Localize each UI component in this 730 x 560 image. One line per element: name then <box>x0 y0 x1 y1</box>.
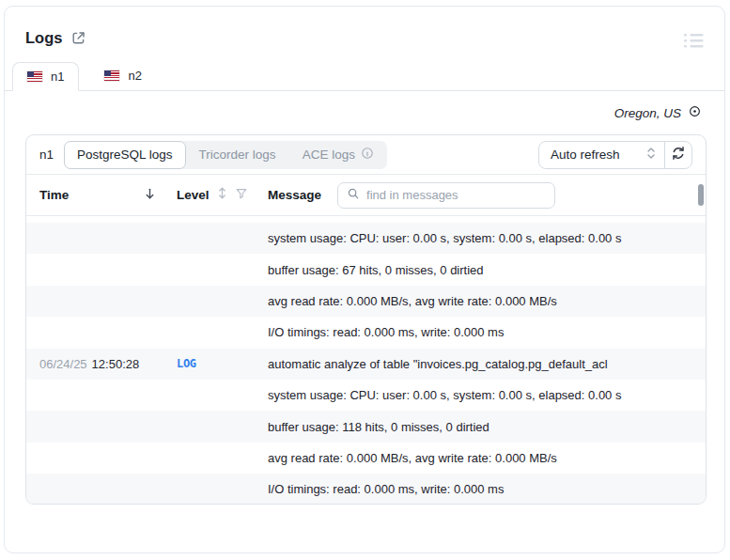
log-message: buffer usage: 118 hits, 0 misses, 0 dirt… <box>268 420 692 434</box>
page-title: Logs <box>25 29 62 47</box>
node-tabbar: n1 n2 <box>5 61 724 91</box>
us-flag-icon <box>104 70 119 81</box>
filter-icon[interactable] <box>235 187 248 204</box>
tab-n2[interactable]: n2 <box>90 61 155 90</box>
logs-panel: n1 PostgreSQL logs Tricorder logs ACE lo… <box>25 134 707 505</box>
search-input[interactable] <box>366 188 546 202</box>
log-row[interactable]: 06/24/2512:50:28 LOG automatic analyze o… <box>26 349 706 380</box>
log-row[interactable]: system usage: CPU: user: 0.00 s, system:… <box>26 380 706 411</box>
log-message: avg read rate: 0.000 MB/s, avg write rat… <box>268 451 692 465</box>
card-header: Logs <box>5 7 724 49</box>
us-flag-icon <box>27 71 42 82</box>
log-row[interactable]: buffer usage: 67 hits, 0 misses, 0 dirti… <box>26 254 706 285</box>
log-type-switcher: PostgreSQL logs Tricorder logs ACE logs <box>64 141 387 169</box>
log-time: 12:50:28 <box>92 357 140 371</box>
column-header-time[interactable]: Time <box>39 187 177 204</box>
info-icon <box>361 147 374 163</box>
log-row[interactable]: system usage: CPU: user: 0.00 s, system:… <box>26 223 706 254</box>
sort-updown-icon[interactable] <box>217 186 227 204</box>
log-row[interactable]: I/O timings: read: 0.000 ms, write: 0.00… <box>26 317 706 348</box>
refresh-button[interactable] <box>664 142 691 168</box>
auto-refresh-label: Auto refresh <box>551 148 620 162</box>
region-label: Oregon, US <box>614 106 681 120</box>
segment-label: ACE logs <box>303 148 355 162</box>
location-icon <box>688 104 702 122</box>
search-icon <box>347 187 360 204</box>
column-label: Message <box>268 188 321 202</box>
column-header-message: Message <box>268 182 692 209</box>
auto-refresh-select[interactable]: Auto refresh <box>539 142 664 168</box>
refresh-controls: Auto refresh <box>538 141 692 169</box>
region-row: Oregon, US <box>5 91 724 122</box>
table-header: Time Level <box>26 175 706 216</box>
sort-descending-icon[interactable] <box>144 187 156 204</box>
node-label: n1 <box>39 148 54 162</box>
column-header-level[interactable]: Level <box>177 186 268 204</box>
chevron-updown-icon <box>646 147 656 163</box>
logs-toolbar: n1 PostgreSQL logs Tricorder logs ACE lo… <box>26 135 706 175</box>
log-message: system usage: CPU: user: 0.00 s, system:… <box>268 388 692 402</box>
log-row[interactable]: avg read rate: 0.000 MB/s, avg write rat… <box>26 443 706 474</box>
scrollbar-thumb[interactable] <box>698 184 704 206</box>
log-level: LOG <box>177 357 268 370</box>
column-label: Level <box>177 188 210 202</box>
tab-n1[interactable]: n1 <box>12 62 79 91</box>
log-date: 06/24/25 <box>39 357 87 371</box>
log-type-postgresql[interactable]: PostgreSQL logs <box>64 141 186 169</box>
external-link-icon[interactable] <box>70 30 86 46</box>
segment-label: PostgreSQL logs <box>77 148 173 162</box>
log-message: I/O timings: read: 0.000 ms, write: 0.00… <box>268 325 692 339</box>
log-row[interactable]: buffer usage: 118 hits, 0 misses, 0 dirt… <box>26 411 706 442</box>
tab-label: n2 <box>128 69 141 83</box>
log-message: avg read rate: 0.000 MB/s, avg write rat… <box>268 294 692 308</box>
tab-label: n1 <box>51 70 64 84</box>
refresh-icon <box>671 146 686 163</box>
log-type-ace[interactable]: ACE logs <box>289 141 387 169</box>
log-message: I/O timings: read: 0.000 ms, write: 0.00… <box>268 482 692 496</box>
log-message: buffer usage: 67 hits, 0 misses, 0 dirti… <box>268 263 692 277</box>
column-label: Time <box>39 188 69 202</box>
log-type-tricorder[interactable]: Tricorder logs <box>186 141 289 169</box>
list-icon[interactable] <box>684 33 704 49</box>
logs-card: Logs n1 n2 Oreg <box>4 6 725 553</box>
segment-label: Tricorder logs <box>199 148 276 162</box>
log-row[interactable]: I/O timings: read: 0.000 ms, write: 0.00… <box>26 474 706 505</box>
log-message: system usage: CPU: user: 0.00 s, system:… <box>268 231 692 245</box>
log-row[interactable]: avg read rate: 0.000 MB/s, avg write rat… <box>26 286 706 317</box>
log-message: automatic analyze of table "invoices.pg_… <box>268 357 692 371</box>
log-rows: system usage: CPU: user: 0.00 s, system:… <box>26 216 706 505</box>
message-search[interactable] <box>337 182 555 209</box>
